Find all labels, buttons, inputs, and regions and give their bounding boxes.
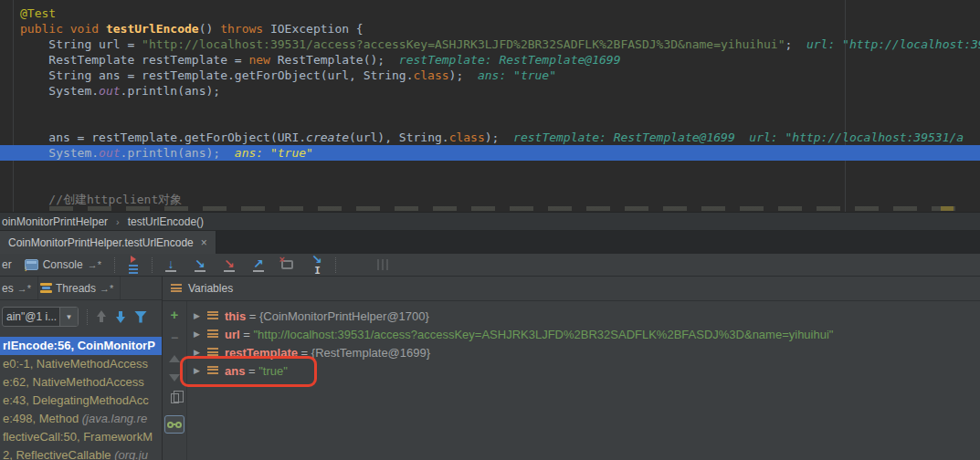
- separator: [114, 257, 115, 273]
- pin-tab-icon: →*: [17, 283, 31, 294]
- watches-toolbar: + −: [163, 301, 187, 460]
- view-breakpoints-icon: [377, 259, 390, 270]
- expand-arrow-icon[interactable]: ▶: [194, 311, 201, 320]
- frames-panel: es →* Threads →* ain"@1 i... ▼: [0, 277, 163, 460]
- separator: [152, 257, 153, 273]
- threads-icon: [40, 283, 52, 294]
- variables-tree: ▶this = {CoinMonitorPrintHelper@1700}▶ur…: [187, 301, 980, 460]
- code-editor[interactable]: @Testpublic void testUrlEncode() throws …: [0, 0, 980, 213]
- move-watch-up-button[interactable]: [169, 355, 180, 362]
- frame-row[interactable]: e:498, Method (java.lang.re: [0, 410, 162, 428]
- code-lines: @Testpublic void testUrlEncode() throws …: [0, 5, 980, 207]
- code-line: RestTemplate restTemplate = new RestTemp…: [0, 52, 980, 68]
- view-breakpoints-button[interactable]: [373, 256, 395, 274]
- frame-row[interactable]: e:62, NativeMethodAccess: [0, 373, 162, 392]
- tab-console[interactable]: Console →*: [19, 254, 107, 276]
- code-line: [0, 176, 980, 192]
- step-out-icon: ↗: [253, 258, 264, 269]
- console-tab-label: Console: [43, 258, 83, 271]
- code-line: System.out.println(ans);: [0, 83, 980, 99]
- frames-list: rlEncode:56, CoinMonitorPe0:-1, NativeMe…: [0, 333, 162, 460]
- ide-debug-view: @Testpublic void testUrlEncode() throws …: [0, 0, 980, 460]
- remove-watch-button[interactable]: −: [171, 332, 178, 343]
- variables-icon: [171, 284, 182, 293]
- separator: [335, 257, 336, 273]
- variable-icon: [207, 329, 218, 339]
- breadcrumb-separator-icon: ›: [116, 216, 120, 227]
- duplicate-watch-button[interactable]: [171, 393, 179, 403]
- thread-selector[interactable]: ain"@1 i... ▼: [2, 307, 79, 327]
- frame-row[interactable]: rlEncode:56, CoinMonitorP: [0, 337, 162, 355]
- filter-icon[interactable]: [134, 311, 147, 323]
- debugger-tab-partial[interactable]: er: [2, 258, 12, 271]
- frames-toolbar: ain"@1 i... ▼: [0, 300, 162, 333]
- separator: [87, 309, 88, 325]
- tab-frames-partial[interactable]: es →*: [0, 277, 38, 299]
- show-watches-toggle[interactable]: [164, 415, 184, 434]
- variables-body: + − ▶this = {CoinMonitorPrintHelper@1700…: [163, 301, 980, 460]
- tab-title: CoinMonitorPrintHelper.testUrlEncode: [8, 236, 194, 249]
- frame-row[interactable]: flectiveCall:50, FrameworkM: [0, 428, 162, 446]
- step-over-icon: ↓: [167, 258, 174, 269]
- next-frame-button[interactable]: [115, 310, 126, 323]
- drop-frame-button[interactable]: [277, 256, 299, 274]
- evaluate-expression-button[interactable]: [343, 256, 365, 274]
- code-line: ans = restTemplate.getForObject(URI.crea…: [0, 130, 980, 145]
- step-into-icon: ↘: [195, 258, 205, 269]
- tab-threads[interactable]: Threads →*: [38, 277, 121, 299]
- threads-tab-label: Threads: [56, 282, 96, 295]
- frame-row[interactable]: e:43, DelegatingMethodAcc: [0, 392, 162, 410]
- expand-arrow-icon[interactable]: ▶: [194, 366, 201, 375]
- variables-title: Variables: [188, 282, 233, 295]
- add-watch-button[interactable]: +: [171, 308, 179, 320]
- code-line: //创建httpclient对象: [0, 192, 980, 207]
- execution-line: System.out.println(ans); ans: "true": [0, 145, 980, 161]
- variables-header: Variables: [163, 277, 980, 301]
- previous-frame-button[interactable]: [96, 310, 107, 323]
- expand-arrow-icon[interactable]: ▶: [194, 329, 201, 339]
- code-line: [0, 114, 980, 130]
- editor-tab-bar: CoinMonitorPrintHelper.testUrlEncode ×: [0, 231, 980, 254]
- variable-icon: [207, 348, 218, 357]
- frame-row[interactable]: e0:-1, NativeMethodAccess: [0, 355, 162, 373]
- code-line: public void testUrlEncode() throws IOExc…: [0, 21, 980, 37]
- variable-row[interactable]: ▶url = "http://localhost:39531/access?ac…: [187, 325, 980, 343]
- breadcrumb-method[interactable]: testUrlEncode(): [128, 215, 204, 228]
- variable-row[interactable]: ▶ans = "true": [187, 361, 980, 380]
- move-watch-down-button[interactable]: [169, 374, 180, 382]
- console-icon: [25, 259, 38, 270]
- step-into-button[interactable]: ↘: [189, 256, 211, 274]
- variables-panel: Variables + − ▶this = {CoinMonitorPrintH…: [163, 277, 980, 460]
- variable-row[interactable]: ▶restTemplate = {RestTemplate@1699}: [187, 343, 980, 361]
- code-line: String url = "http://localhost:39531/acc…: [0, 37, 980, 52]
- run-to-cursor-button[interactable]: ↘ I: [306, 256, 328, 274]
- breadcrumb: oinMonitorPrintHelper › testUrlEncode(): [0, 213, 980, 231]
- frames-tab-bar: es →* Threads →*: [0, 277, 162, 300]
- clipped-code-line: [49, 206, 963, 211]
- debug-bottom-panel: es →* Threads →* ain"@1 i... ▼: [0, 277, 980, 460]
- variable-row[interactable]: ▶this = {CoinMonitorPrintHelper@1700}: [187, 307, 980, 325]
- code-line: @Test: [0, 5, 980, 21]
- pin-tab-icon: →*: [88, 259, 101, 270]
- expand-arrow-icon[interactable]: ▶: [194, 348, 201, 357]
- variable-icon: [207, 311, 218, 320]
- code-line: String ans = restTemplate.getForObject(u…: [0, 68, 980, 83]
- step-over-button[interactable]: ↓: [160, 256, 182, 274]
- thread-selector-value: ain"@1 i...: [3, 310, 59, 323]
- execution-point-icon: [131, 256, 136, 263]
- glasses-icon: [167, 422, 182, 428]
- force-step-into-icon: ↘: [224, 258, 235, 269]
- run-to-cursor-icon: ↘: [311, 254, 322, 265]
- close-icon[interactable]: ×: [201, 236, 207, 249]
- variable-icon: [207, 366, 218, 375]
- force-step-into-button[interactable]: ↘: [218, 256, 240, 274]
- code-line: [0, 161, 980, 176]
- show-execution-point-button[interactable]: [122, 256, 144, 274]
- tab-coinmonitorprinthelper-testurlencode[interactable]: CoinMonitorPrintHelper.testUrlEncode ×: [0, 231, 216, 254]
- debug-toolbar: er Console →* ↓ ↘ ↘ ↗: [0, 254, 980, 277]
- breadcrumb-class[interactable]: oinMonitorPrintHelper: [2, 215, 108, 228]
- drop-frame-icon: [281, 260, 293, 269]
- chevron-down-icon[interactable]: ▼: [59, 308, 78, 326]
- frame-row[interactable]: 2, ReflectiveCallable (org.ju: [0, 446, 162, 460]
- step-out-button[interactable]: ↗: [248, 256, 269, 274]
